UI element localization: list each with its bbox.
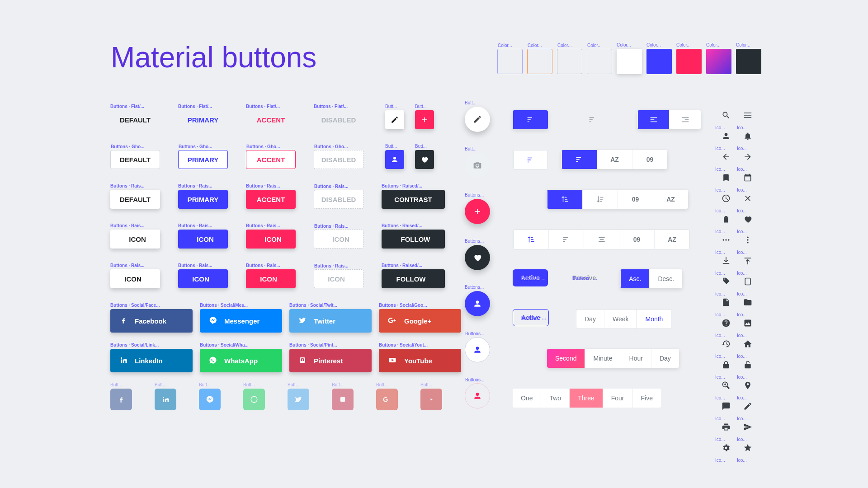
- filter-line-asc[interactable]: [547, 190, 582, 209]
- file-icon[interactable]: Ico...: [717, 292, 735, 313]
- home-icon[interactable]: Ico...: [739, 333, 757, 354]
- folder-icon[interactable]: Ico...: [739, 292, 757, 313]
- segment-day[interactable]: Day: [576, 310, 604, 328]
- filter-align-left[interactable]: [637, 110, 669, 129]
- heart-icon[interactable]: Ico...: [739, 209, 757, 230]
- flat-accent-button[interactable]: Buttons · Flat/...ACCENT: [246, 110, 296, 129]
- social-twitter[interactable]: Buttons · Social/Twit... Twitter: [289, 309, 372, 333]
- swatch-dark[interactable]: Color...: [736, 49, 761, 74]
- fab-person-accent-outline[interactable]: Buttons...: [465, 383, 490, 408]
- ghost-primary-button[interactable]: Buttons · Gho...PRIMARY: [178, 150, 228, 169]
- social-square-twitter[interactable]: Butt...: [288, 389, 309, 410]
- flat-default-button[interactable]: Buttons · Flat/...DEFAULT: [110, 110, 160, 129]
- filter-align-right[interactable]: [669, 110, 701, 129]
- raised-primary-icon-button[interactable]: Buttons · Rais... ICON: [178, 230, 228, 249]
- social-messenger[interactable]: Buttons · Social/Mes... Messenger: [200, 309, 282, 333]
- swatch-outline-grey[interactable]: Color...: [557, 49, 582, 74]
- chat-icon[interactable]: Ico...: [717, 396, 735, 417]
- bell-icon[interactable]: Ico...: [739, 126, 757, 146]
- swatch-outline-accent[interactable]: Color...: [527, 49, 552, 74]
- segment-one[interactable]: One: [513, 389, 541, 408]
- segment-three[interactable]: Three: [569, 389, 603, 408]
- icon-add-button[interactable]: Butt...: [415, 110, 434, 129]
- social-google[interactable]: Buttons · Social/Goo... Google+: [379, 309, 461, 333]
- social-square-facebook[interactable]: Butt...: [110, 389, 132, 410]
- fab-person-outline[interactable]: Buttons...: [465, 337, 490, 362]
- raised-primary-icon-right-button[interactable]: Buttons · Rais...ICON: [178, 269, 228, 288]
- location-icon[interactable]: Ico...: [739, 375, 757, 396]
- fab-heart[interactable]: Buttons...: [465, 245, 490, 270]
- filter-sort-az[interactable]: AZ: [597, 150, 632, 169]
- filter-sort-az[interactable]: AZ: [653, 190, 688, 209]
- star-icon[interactable]: Ico...: [739, 437, 757, 458]
- fab-edit[interactable]: Butt...: [465, 107, 490, 132]
- send-icon[interactable]: Ico...: [739, 417, 757, 437]
- social-square-messenger[interactable]: Butt...: [199, 389, 221, 410]
- filter-single-flat[interactable]: Buttons · ...: [575, 110, 610, 129]
- segment-two[interactable]: Two: [541, 389, 569, 408]
- raised-contrast-follow-button[interactable]: Buttons · Raised/... FOLLOW: [382, 230, 445, 249]
- raised-primary-button[interactable]: Buttons · Rais...PRIMARY: [178, 190, 228, 209]
- filter-single-outline[interactable]: Buttons · ...: [513, 150, 548, 170]
- social-square-whatsapp[interactable]: Butt...: [243, 389, 265, 410]
- menu-icon[interactable]: Ico...: [739, 105, 757, 126]
- tag-icon[interactable]: Ico...: [717, 271, 735, 292]
- swatch-gradient[interactable]: Color...: [706, 49, 731, 74]
- social-square-youtube[interactable]: Butt...: [420, 389, 442, 410]
- lock-open-icon[interactable]: Ico...: [739, 354, 757, 375]
- upload-icon[interactable]: Ico...: [739, 250, 757, 271]
- fab-add[interactable]: Buttons...: [465, 199, 490, 224]
- segment-desc[interactable]: Desc.: [649, 269, 682, 288]
- segment-asc[interactable]: Asc.: [620, 269, 649, 288]
- search-icon[interactable]: Ico...: [717, 105, 735, 126]
- arrow-right-icon[interactable]: Ico...: [739, 146, 757, 167]
- raised-accent-icon-button[interactable]: Buttons · Rais... ICON: [246, 230, 296, 249]
- pill-active[interactable]: Buttons · ...Active: [513, 269, 548, 286]
- more-vertical-icon[interactable]: Ico...: [739, 230, 757, 250]
- raised-default-icon-button[interactable]: Buttons · Rais... ICON: [110, 230, 160, 249]
- filter-sort-09[interactable]: 09: [618, 190, 653, 209]
- calendar-icon[interactable]: Ico...: [739, 167, 757, 188]
- social-square-linkedin[interactable]: Butt...: [155, 389, 176, 410]
- filter-sort-icon[interactable]: [513, 150, 547, 169]
- more-horizontal-icon[interactable]: Ico...: [717, 230, 735, 250]
- raised-accent-icon-right-button[interactable]: Buttons · Rais...ICON: [246, 269, 296, 288]
- fab-person[interactable]: Buttons...: [465, 291, 490, 316]
- pill-active-outline[interactable]: Buttons · ...Active: [513, 309, 549, 326]
- flat-primary-button[interactable]: Buttons · Flat/...PRIMARY: [178, 110, 228, 129]
- person-icon[interactable]: Ico...: [717, 126, 735, 146]
- segment-week[interactable]: Week: [604, 310, 637, 328]
- icon-person-button[interactable]: Butt...: [385, 150, 404, 169]
- raised-contrast-button[interactable]: Buttons · Raised/...CONTRAST: [382, 190, 445, 209]
- filter-sort-default[interactable]: [561, 150, 597, 169]
- raised-contrast-follow-right-button[interactable]: Buttons · Raised/...FOLLOW: [382, 269, 445, 288]
- bookmark-icon[interactable]: Ico...: [717, 167, 735, 188]
- zoom-in-icon[interactable]: Ico...: [717, 375, 735, 396]
- social-pinterest[interactable]: Buttons · Social/Pint... Pinterest: [289, 349, 372, 372]
- ghost-accent-button[interactable]: Buttons · Gho...ACCENT: [246, 150, 296, 169]
- clock-icon[interactable]: Ico...: [717, 188, 735, 209]
- help-icon[interactable]: Ico...: [717, 313, 735, 333]
- filter-sort-az[interactable]: AZ: [654, 230, 689, 249]
- tablet-icon[interactable]: Ico...: [739, 271, 757, 292]
- filter-sort-icon[interactable]: [575, 110, 610, 129]
- raised-default-icon-right-button[interactable]: Buttons · Rais...ICON: [110, 269, 160, 288]
- icon-heart-button[interactable]: Butt...: [415, 150, 434, 169]
- swatch-dashed[interactable]: Color...: [587, 49, 612, 74]
- social-linkedin[interactable]: Buttons · Social/Link... LinkedIn: [110, 349, 193, 372]
- filter-line-desc[interactable]: [582, 190, 618, 209]
- history-icon[interactable]: Ico...: [717, 333, 735, 354]
- filter-sort-09[interactable]: 09: [632, 150, 667, 169]
- swatch-white-elevated[interactable]: Color...: [617, 49, 642, 74]
- social-square-pinterest[interactable]: Butt...: [332, 389, 354, 410]
- swatch-accent[interactable]: Color...: [676, 49, 702, 74]
- segment-second[interactable]: Second: [547, 349, 585, 368]
- segment-day[interactable]: Day: [651, 349, 679, 368]
- ghost-default-button[interactable]: Buttons · Gho...DEFAULT: [110, 150, 160, 169]
- download-icon[interactable]: Ico...: [717, 250, 735, 271]
- segment-hour[interactable]: Hour: [621, 349, 651, 368]
- filter-single-primary[interactable]: Buttons · ...: [513, 110, 548, 129]
- filter-sort-icon[interactable]: [513, 110, 548, 129]
- social-square-google[interactable]: Butt...: [376, 389, 398, 410]
- raised-default-button[interactable]: Buttons · Rais...DEFAULT: [110, 190, 160, 209]
